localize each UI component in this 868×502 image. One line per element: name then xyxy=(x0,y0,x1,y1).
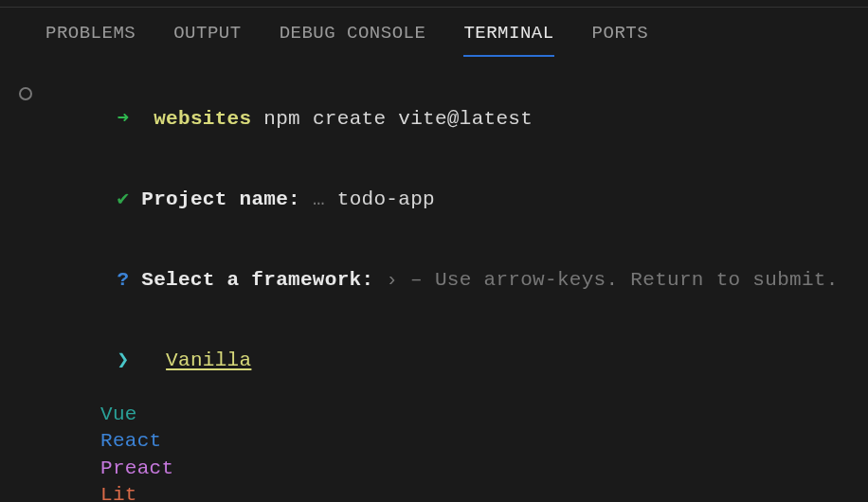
prompt-cwd: websites xyxy=(154,108,251,130)
question-icon: ? xyxy=(117,269,129,291)
option-label: Vanilla xyxy=(166,350,251,371)
framework-option-vue[interactable]: Vue xyxy=(17,402,851,428)
terminal-line-project-name: ✔ Project name: … todo-app xyxy=(17,160,851,241)
panel-tab-bar: PROBLEMS OUTPUT DEBUG CONSOLE TERMINAL P… xyxy=(0,8,868,57)
tab-debug-console[interactable]: DEBUG CONSOLE xyxy=(280,23,426,57)
terminal-line-select-framework: ? Select a framework: › – Use arrow-keys… xyxy=(17,241,851,321)
prompt-arrow-icon: ➜ xyxy=(117,108,129,130)
panel-top-divider xyxy=(0,0,868,8)
tab-output[interactable]: OUTPUT xyxy=(173,23,241,57)
tab-ports[interactable]: PORTS xyxy=(592,23,649,57)
ellipsis-icon: … xyxy=(313,188,325,210)
command-text: npm create vite@latest xyxy=(263,108,533,130)
option-label: Lit xyxy=(44,482,137,502)
cursor-icon: ❯ xyxy=(117,350,129,371)
chevron-right-icon: › xyxy=(386,269,398,291)
project-name-value: todo-app xyxy=(337,188,435,210)
terminal-line-command: ➜ websites npm create vite@latest xyxy=(17,80,851,160)
tab-terminal[interactable]: TERMINAL xyxy=(463,23,553,57)
select-hint: – Use arrow-keys. Return to submit. xyxy=(410,269,839,291)
tab-problems[interactable]: PROBLEMS xyxy=(45,23,136,57)
project-name-label: Project name: xyxy=(141,188,300,210)
option-label: React xyxy=(44,428,162,455)
check-icon: ✔ xyxy=(117,188,129,210)
framework-option-preact[interactable]: Preact xyxy=(17,456,851,482)
option-label: Vue xyxy=(44,402,137,428)
option-label: Preact xyxy=(44,456,173,482)
framework-option-react[interactable]: React xyxy=(17,428,851,455)
framework-option-lit[interactable]: Lit xyxy=(17,482,851,502)
gutter-decoration-icon xyxy=(19,87,32,100)
select-framework-label: Select a framework: xyxy=(141,269,373,291)
framework-option-vanilla[interactable]: ❯ Vanilla xyxy=(17,321,851,402)
terminal-output[interactable]: ➜ websites npm create vite@latest ✔ Proj… xyxy=(0,57,868,502)
